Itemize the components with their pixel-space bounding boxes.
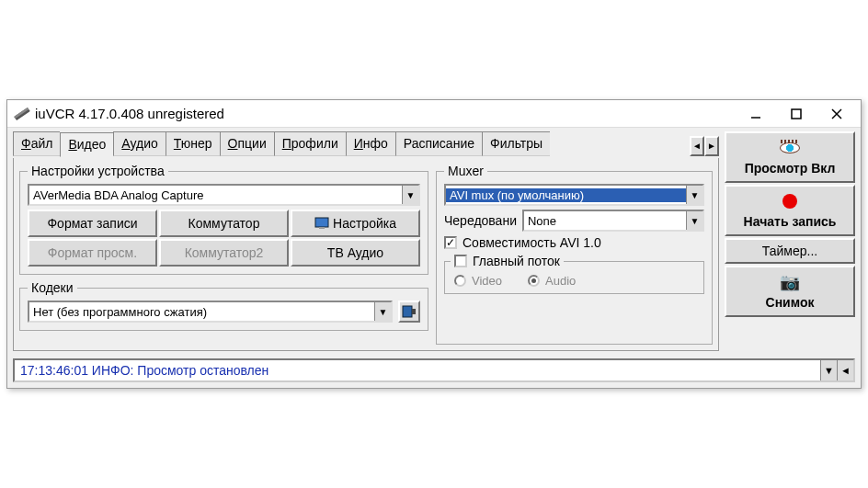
device-settings-group: Настройки устройства AVerMedia BDA Analo… <box>19 164 428 275</box>
tab-scroll-right[interactable]: ► <box>704 136 719 156</box>
svg-rect-7 <box>319 227 325 229</box>
codec-config-button[interactable] <box>398 301 420 323</box>
device-select[interactable]: AVerMedia BDA Analog Capture ▼ <box>28 184 420 206</box>
interleave-label: Чередовани <box>444 213 517 228</box>
status-dropdown-button[interactable]: ▼ <box>820 360 837 380</box>
preview-button[interactable]: Просмотр Вкл <box>725 131 855 183</box>
avi-compat-label: Совместимость AVI 1.0 <box>463 235 601 250</box>
dropdown-arrow-icon: ▼ <box>686 211 702 230</box>
codec-select[interactable]: Нет (без программного сжатия) ▼ <box>28 301 393 323</box>
app-window: iuVCR 4.17.0.408 unregistered Файл Видео… <box>6 99 862 389</box>
muxer-select[interactable]: AVI mux (по умолчанию) ▼ <box>444 184 704 206</box>
dropdown-arrow-icon: ▼ <box>374 302 391 321</box>
close-button[interactable] <box>817 101 857 127</box>
main-stream-group: ✓ Главный поток Video Audio <box>444 254 704 294</box>
svg-rect-8 <box>403 306 412 317</box>
close-icon <box>831 108 842 119</box>
tab-video[interactable]: Видео <box>60 132 113 157</box>
tab-bar: Файл Видео Аудио Тюнер Опции Профили Инф… <box>13 131 719 156</box>
record-button[interactable]: Начать запись <box>725 185 855 236</box>
maximize-icon <box>791 108 802 119</box>
status-scroll-button[interactable]: ◄ <box>837 360 853 380</box>
record-format-button[interactable]: Формат записи <box>28 210 157 237</box>
tab-file[interactable]: Файл <box>13 131 60 156</box>
status-bar: 17:13:46:01 ИНФО: Просмотр остановлен ▼ … <box>13 358 855 382</box>
muxer-legend: Muxer <box>444 164 487 178</box>
device-select-value: AVerMedia BDA Analog Capture <box>29 188 402 202</box>
settings-button[interactable]: Настройка <box>291 210 420 237</box>
monitor-icon <box>314 217 329 230</box>
svg-rect-9 <box>412 309 416 314</box>
main-stream-checkbox[interactable]: ✓ <box>454 255 467 267</box>
codec-select-value: Нет (без программного сжатия) <box>29 305 374 319</box>
titlebar: iuVCR 4.17.0.408 unregistered <box>7 100 861 128</box>
muxer-select-value: AVI mux (по умолчанию) <box>446 188 686 202</box>
tab-options[interactable]: Опции <box>220 131 274 156</box>
svg-rect-6 <box>315 218 328 227</box>
tab-profiles[interactable]: Профили <box>274 131 346 156</box>
status-message: 17:13:46:01 ИНФО: Просмотр остановлен <box>15 363 820 378</box>
interleave-select-value: None <box>524 214 686 228</box>
codecs-legend: Кодеки <box>28 280 77 295</box>
minimize-button[interactable] <box>736 101 776 127</box>
commutator-button[interactable]: Коммутатор <box>159 210 289 237</box>
minimize-icon <box>750 108 761 119</box>
tab-tuner[interactable]: Тюнер <box>166 131 220 156</box>
tab-scroll-left[interactable]: ◄ <box>690 136 704 156</box>
interleave-select[interactable]: None ▼ <box>522 210 704 232</box>
radio-icon <box>454 275 466 287</box>
dropdown-arrow-icon: ▼ <box>402 186 418 204</box>
codecs-group: Кодеки Нет (без программного сжатия) ▼ <box>19 280 428 331</box>
muxer-group: Muxer AVI mux (по умолчанию) ▼ Чередован… <box>436 164 713 345</box>
radio-audio: Audio <box>528 274 576 288</box>
app-icon <box>13 108 31 120</box>
dropdown-arrow-icon: ▼ <box>686 186 702 204</box>
camera-icon: 📷 <box>780 273 800 291</box>
main-stream-legend: Главный поток <box>473 254 560 268</box>
snapshot-button[interactable]: 📷 Снимок <box>725 266 855 317</box>
tab-filters[interactable]: Фильтры <box>482 131 550 156</box>
avi-compat-checkbox[interactable]: ✓ <box>444 236 457 249</box>
svg-rect-3 <box>792 109 801 119</box>
radio-icon <box>528 275 540 287</box>
window-title: iuVCR 4.17.0.408 unregistered <box>35 106 736 121</box>
radio-video: Video <box>454 274 502 288</box>
tab-body: Настройки устройства AVerMedia BDA Analo… <box>13 158 719 351</box>
tv-audio-button[interactable]: ТВ Аудио <box>291 239 420 267</box>
commutator2-button: Коммутатор2 <box>159 239 289 267</box>
timer-button[interactable]: Таймер... <box>725 238 855 264</box>
tab-info[interactable]: Инфо <box>346 131 395 156</box>
tab-schedule[interactable]: Расписание <box>395 131 482 156</box>
config-icon <box>402 305 417 318</box>
tab-audio[interactable]: Аудио <box>113 131 166 156</box>
view-format-button: Формат просм. <box>28 239 157 267</box>
record-icon <box>782 194 797 209</box>
maximize-button[interactable] <box>776 101 817 127</box>
eye-icon <box>780 142 800 153</box>
device-settings-legend: Настройки устройства <box>28 164 168 178</box>
